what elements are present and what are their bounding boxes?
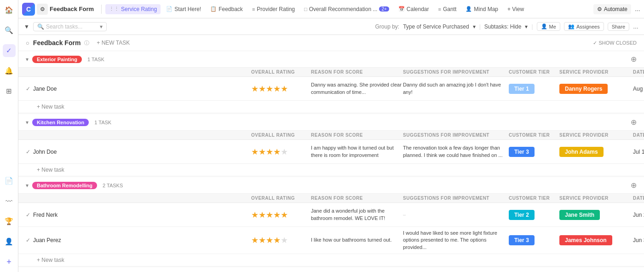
tab-start-here[interactable]: 📄 Start Here! bbox=[162, 4, 205, 14]
section-badge-bathroom-remodelling[interactable]: Bathroom Remodelling bbox=[32, 182, 97, 189]
group-by-value[interactable]: Type of Service Purchased bbox=[403, 23, 469, 30]
section-header-bathroom-remodelling: ▾ Bathroom Remodelling 2 TASKS ⊕ bbox=[18, 177, 644, 194]
task-suggestion-john-doe: The renovation took a few days longer th… bbox=[403, 145, 509, 159]
filter-icon: ▼ bbox=[24, 23, 29, 30]
assignees-button[interactable]: 👥 Assignees bbox=[564, 22, 604, 31]
add-task-kitchen-renovation[interactable]: + New task bbox=[18, 164, 644, 176]
task-stars-juan-perez: ★★★★★ bbox=[251, 235, 311, 245]
tab-icon-overall-rec: □ bbox=[304, 6, 307, 12]
task-name-fred-nerk[interactable]: Fred Nerk bbox=[33, 212, 58, 218]
tab-icon-calendar: 📅 bbox=[398, 6, 405, 12]
task-check-jane-doe[interactable]: ✓ bbox=[26, 86, 30, 92]
tab-mind-map[interactable]: 👤 Mind Map bbox=[462, 4, 502, 14]
col-customer-tier: CUSTOMER TIER bbox=[509, 69, 559, 75]
col-task bbox=[26, 69, 251, 75]
tab-service-rating[interactable]: ⋮⋮ Service Rating bbox=[105, 4, 161, 14]
task-check-juan-perez[interactable]: ✓ bbox=[26, 237, 30, 243]
task-provider-juan-perez: James Johnson bbox=[559, 235, 633, 245]
add-task-exterior-painting[interactable]: + New task bbox=[18, 101, 644, 113]
task-check-john-doe[interactable]: ✓ bbox=[26, 149, 30, 155]
me-button[interactable]: 👤 Me bbox=[537, 22, 560, 31]
col-reason: REASON FOR SCORE bbox=[311, 69, 403, 75]
add-view-label: + View bbox=[507, 6, 524, 12]
tab-gantt[interactable]: ≡ Gantt bbox=[435, 4, 460, 14]
sidebar-icon-trophy[interactable]: 🏆 bbox=[3, 215, 16, 228]
tab-label-feedback: Feedback bbox=[218, 6, 243, 12]
tab-provider-rating[interactable]: ≡ Provider Rating bbox=[248, 4, 299, 14]
sidebar-icon-home[interactable]: 🏠 bbox=[3, 4, 16, 17]
sidebar-icon-documents[interactable]: 📄 bbox=[3, 174, 16, 187]
task-stars-john-doe: ★★★★★ bbox=[251, 147, 311, 157]
sidebar-icon-apps[interactable]: ⊞ bbox=[3, 85, 16, 98]
section-add-exterior-painting[interactable]: ⊕ bbox=[631, 55, 637, 64]
section-toggle-bathroom-remodelling[interactable]: ▾ bbox=[26, 182, 29, 189]
sidebar-icon-waves[interactable]: 〰 bbox=[3, 195, 16, 208]
col-service-provider-kr: SERVICE PROVIDER bbox=[559, 133, 633, 138]
share-button[interactable]: Share bbox=[608, 23, 629, 31]
section-bathroom-remodelling: ▾ Bathroom Remodelling 2 TASKS ⊕ OVERALL… bbox=[18, 177, 644, 266]
tab-calendar[interactable]: 📅 Calendar bbox=[395, 4, 433, 14]
task-name-cell-juan-perez: ✓ Juan Perez bbox=[26, 237, 251, 243]
col-customer-tier-kr: CUSTOMER TIER bbox=[509, 133, 559, 138]
nav-gear-icon[interactable]: ⚙ bbox=[37, 4, 48, 15]
section-toggle-kitchen-renovation[interactable]: ▾ bbox=[26, 119, 29, 126]
search-icon: 🔍 bbox=[37, 23, 44, 30]
section-add-kitchen-renovation[interactable]: ⊕ bbox=[631, 118, 637, 127]
col-headers-exterior-painting: OVERALL RATING REASON FOR SCORE SUGGESTI… bbox=[18, 68, 644, 77]
toolbar-more-icon[interactable]: … bbox=[633, 23, 638, 30]
task-provider-jane-doe: Danny Rogers bbox=[559, 84, 633, 94]
tab-icon-gantt: ≡ bbox=[438, 6, 441, 12]
tab-label-mind-map: Mind Map bbox=[474, 6, 498, 12]
search-placeholder: Search tasks... bbox=[46, 23, 82, 30]
task-name-jane-doe[interactable]: Jane Doe bbox=[33, 86, 57, 92]
task-reason-fred-nerk: Jane did a wonderful job with the bathro… bbox=[311, 208, 403, 222]
task-reason-juan-perez: I like how our bathrooms turned out. bbox=[311, 237, 403, 243]
task-suggestion-jane-doe: Danny did such an amazing job I don't ha… bbox=[403, 81, 509, 96]
add-view-button[interactable]: + View bbox=[504, 4, 528, 14]
tab-label-calendar: Calendar bbox=[407, 6, 429, 12]
task-tier-juan-perez: Tier 3 bbox=[509, 235, 559, 245]
task-name-john-doe[interactable]: John Doe bbox=[33, 149, 57, 155]
section-badge-exterior-painting[interactable]: Exterior Painting bbox=[32, 56, 82, 63]
tab-feedback[interactable]: 📋 Feedback bbox=[207, 4, 247, 14]
sidebar-icon-notifications[interactable]: 🔔 bbox=[3, 64, 16, 77]
sidebar-icon-tasks[interactable]: ✓ bbox=[3, 44, 16, 57]
sidebar-icon-search[interactable]: 🔍 bbox=[3, 24, 16, 37]
tab-icon-service-rating: ⋮⋮ bbox=[109, 6, 119, 12]
subtasks-button[interactable]: Subtasks: Hide bbox=[484, 23, 522, 30]
task-name-cell-john-doe: ✓ John Doe bbox=[26, 149, 251, 155]
task-stars-jane-doe: ★★★★★ bbox=[251, 84, 311, 94]
search-input[interactable]: 🔍 Search tasks... ▾ bbox=[33, 22, 107, 31]
nav-divider-1 bbox=[101, 5, 102, 14]
sidebar-icon-add-user[interactable]: 👤 bbox=[3, 235, 16, 248]
tab-label-start-here: Start Here! bbox=[174, 6, 201, 12]
me-label: Me bbox=[549, 24, 556, 29]
new-task-button[interactable]: + NEW TASK bbox=[93, 39, 133, 47]
table-row: ✓ Juan Perez ★★★★★ I like how our bathro… bbox=[18, 227, 644, 254]
col-service-provider: SERVICE PROVIDER bbox=[559, 69, 633, 75]
form-collapse-icon[interactable]: ○ bbox=[26, 40, 29, 46]
show-closed-button[interactable]: ✓ SHOW CLOSED bbox=[593, 40, 637, 46]
group-by-chevron: ▾ bbox=[473, 23, 476, 30]
table-row: ✓ John Doe ★★★★★ I am happy with how it … bbox=[18, 140, 644, 164]
task-name-juan-perez[interactable]: Juan Perez bbox=[33, 237, 61, 243]
nav-more-icon[interactable]: … bbox=[635, 6, 640, 12]
filter-button[interactable]: ▼ bbox=[24, 23, 29, 30]
automate-button[interactable]: ⚙ Automate bbox=[593, 4, 631, 14]
section-add-bathroom-remodelling[interactable]: ⊕ bbox=[631, 181, 637, 190]
task-tier-fred-nerk: Tier 2 bbox=[509, 210, 559, 220]
col-date-kr: DATE OF PURCHASE bbox=[633, 133, 644, 138]
task-check-fred-nerk[interactable]: ✓ bbox=[26, 212, 30, 218]
section-toggle-exterior-painting[interactable]: ▾ bbox=[26, 56, 29, 63]
sidebar-icon-plus[interactable]: + bbox=[3, 255, 16, 268]
share-label: Share bbox=[612, 24, 625, 29]
task-date-jane-doe: Aug 8 bbox=[633, 86, 644, 92]
search-chevron-icon: ▾ bbox=[100, 23, 103, 30]
tab-overall-recommendation[interactable]: □ Overall Recommendation ... 2+ bbox=[300, 4, 393, 14]
tab-label-service-rating: Service Rating bbox=[121, 6, 157, 12]
col-service-provider-br: SERVICE PROVIDER bbox=[559, 196, 633, 201]
section-task-count-exterior-painting: 1 TASK bbox=[87, 57, 104, 62]
section-badge-kitchen-renovation[interactable]: Kitchen Renovation bbox=[32, 119, 89, 126]
add-task-bathroom-remodelling[interactable]: + New task bbox=[18, 254, 644, 266]
tab-icon-feedback: 📋 bbox=[210, 6, 217, 12]
